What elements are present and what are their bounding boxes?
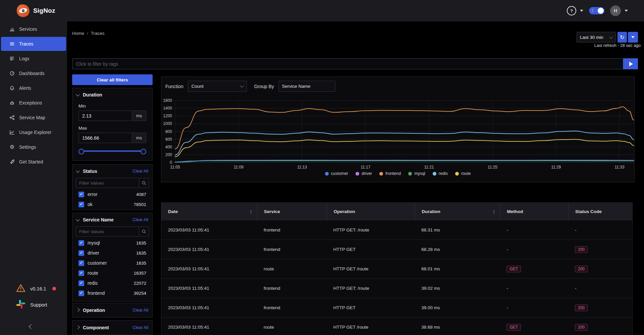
checkbox-checked[interactable] [78,240,84,246]
table-row[interactable]: 2023/03/03 11:05:41 frontend HTTP GET 68… [161,240,632,259]
option-count: 39254 [133,291,146,296]
cell-method: GET [500,318,568,335]
service-option-mysql[interactable]: mysql 1635 [78,238,146,248]
option-count: 1635 [136,241,146,246]
main-content: Home / Traces Last 30 min ↻ Last refresh… [67,21,644,335]
column-header-date[interactable]: Date ▲▼ [161,203,257,220]
group-by-select[interactable]: Service Name [278,81,335,92]
tag-filter-input[interactable] [72,61,623,67]
function-label: Function [165,84,183,89]
duration-min-input[interactable] [78,111,132,121]
service-filter-input[interactable] [76,227,139,236]
traces-timeseries-chart[interactable]: 11:0511:0911:1311:1711:2111:2511:2911:33… [161,97,634,173]
menu-lines-icon [9,41,15,47]
slider-max-handle[interactable] [141,149,146,154]
checkbox-checked[interactable] [78,270,84,276]
search-icon[interactable] [139,227,149,236]
legend-item[interactable]: customer [325,171,348,176]
time-range-select[interactable]: Last 30 min [577,32,616,43]
sidebar-item-services[interactable]: Services [1,22,66,37]
legend-item[interactable]: mysql [408,171,425,176]
service-name-clear-all-link[interactable]: Clear All [132,217,148,222]
svg-text:600: 600 [165,137,172,142]
component-clear-all-link[interactable]: Clear All [132,325,148,330]
sidebar-collapse-button[interactable] [30,324,33,330]
run-filter-button[interactable] [623,58,638,69]
tag-filter-bar[interactable] [72,58,623,69]
help-icon[interactable]: ? [567,6,576,15]
service-option-redis[interactable]: redis 22072 [78,278,146,288]
sidebar-item-service-map[interactable]: Service Map [1,110,66,125]
checkbox-checked[interactable] [78,250,84,256]
user-menu-caret-icon[interactable] [625,10,628,12]
theme-toggle[interactable]: ☾ [589,7,604,14]
column-header-operation[interactable]: Operation [327,203,415,220]
service-option-route[interactable]: route 16357 [78,268,146,278]
service-option-driver[interactable]: driver 1635 [78,248,146,258]
table-row[interactable]: 2023/03/03 11:05:41 route HTTP GET /rout… [161,259,632,279]
status-clear-all-link[interactable]: Clear All [132,169,148,174]
status-header[interactable]: Status Clear All [72,164,152,175]
service-option-frontend[interactable]: frontend 39254 [78,288,146,298]
service-option-customer[interactable]: customer 1635 [78,258,146,268]
help-caret-icon[interactable] [580,10,583,12]
legend-item[interactable]: redis [433,171,448,176]
legend-item[interactable]: driver [356,171,372,176]
sidebar-item-logs[interactable]: Logs [1,51,66,66]
sidebar-item-exceptions[interactable]: Exceptions [1,95,66,110]
sort-icon[interactable]: ▲▼ [493,209,495,214]
sidebar-item-usage-explorer[interactable]: Usage Explorer [1,125,66,140]
bell-icon [9,85,15,91]
table-row[interactable]: 2023/03/03 11:05:41 frontend HTTP GET 39… [161,298,632,318]
service-filter-values[interactable] [76,226,149,237]
sort-icon[interactable]: ▲▼ [250,209,252,214]
legend-item[interactable]: route [455,171,471,176]
table-row[interactable]: 2023/03/03 11:05:41 frontend HTTP GET: /… [161,220,632,240]
duration-slider[interactable] [79,148,146,154]
refresh-button[interactable]: ↻ [618,32,627,43]
sidebar-item-settings[interactable]: ⚙ Settings [1,140,66,154]
clear-all-filters-button[interactable]: Clear all filters [72,74,153,85]
sidebar-item-traces[interactable]: Traces [1,37,66,51]
refresh-options-button[interactable] [628,32,638,43]
checkbox-checked[interactable] [78,260,84,266]
support-row[interactable]: Support [16,299,47,310]
checkbox-checked[interactable] [78,280,84,286]
slider-track[interactable] [79,150,146,152]
sidebar-item-dashboards[interactable]: Dashboards [1,66,66,81]
column-header-service[interactable]: Service [257,203,327,220]
column-header-method[interactable]: Method [500,203,568,220]
component-header[interactable]: Component Clear All [72,321,152,332]
checkbox-checked[interactable] [78,290,84,296]
legend-item[interactable]: frontend [379,171,401,176]
sidebar-item-alerts[interactable]: Alerts [1,81,66,95]
column-header-status-code[interactable]: Status Code [568,203,632,220]
status-filter-values[interactable] [76,178,149,188]
duration-max-input[interactable] [78,133,132,143]
column-header-duration[interactable]: Duration ▲▼ [415,203,500,220]
avatar[interactable]: H [610,5,621,16]
table-row[interactable]: 2023/03/03 11:05:41 frontend HTTP GET: /… [161,279,632,298]
traces-table: Date ▲▼ Service Operation Duration ▲▼ Me… [161,202,633,335]
duration-header[interactable]: Duration [72,88,152,99]
status-filter-input[interactable] [76,178,139,188]
checkbox-checked[interactable] [78,202,84,207]
operation-header[interactable]: Operation Clear All [72,303,152,314]
checkbox-checked[interactable] [78,192,84,197]
sidebar-item-get-started[interactable]: Get Started [1,154,66,169]
option-count: 16357 [133,271,146,276]
table-row[interactable]: 2023/03/03 11:05:41 route HTTP GET /rout… [161,318,632,335]
status-option-error[interactable]: error 4087 [78,189,146,199]
status-option-ok[interactable]: ok 78501 [78,199,146,209]
breadcrumb-home[interactable]: Home [72,31,84,36]
version-row[interactable]: v0.16.1 [16,283,56,294]
bar-chart-icon [9,26,15,32]
brand[interactable]: SigNoz [0,4,55,17]
cell-status-code: - [568,279,632,298]
service-name-header[interactable]: Service Name Clear All [72,213,152,224]
search-icon[interactable] [139,178,149,188]
slider-min-handle[interactable] [78,149,84,154]
operation-clear-all-link[interactable]: Clear All [132,308,148,313]
function-select[interactable]: Count [188,81,247,92]
svg-text:1000: 1000 [163,121,172,126]
